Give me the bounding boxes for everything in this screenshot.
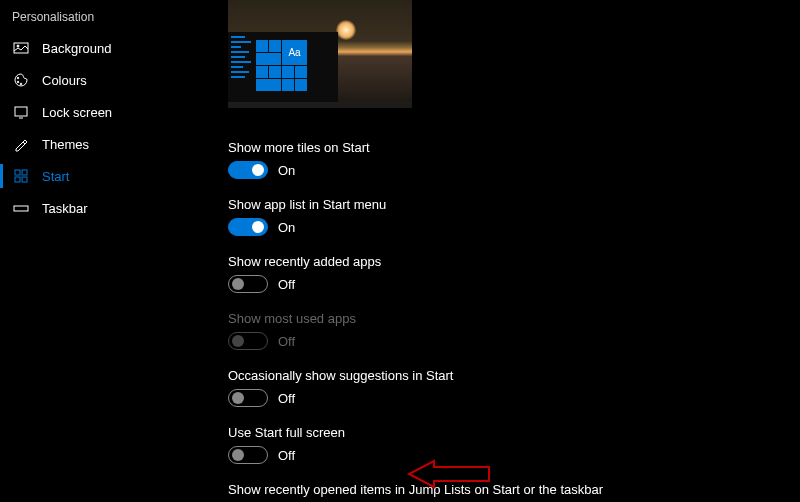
- setting-jump-lists: Show recently opened items in Jump Lists…: [228, 482, 800, 502]
- svg-rect-9: [22, 177, 27, 182]
- themes-icon: [12, 135, 30, 153]
- setting-show-app-list: Show app list in Start menu On: [228, 197, 800, 236]
- taskbar-icon: [12, 199, 30, 217]
- setting-show-more-tiles: Show more tiles on Start On: [228, 140, 800, 179]
- sidebar-item-label: Taskbar: [42, 201, 88, 216]
- picture-icon: [12, 39, 30, 57]
- toggle-state: On: [278, 220, 295, 235]
- sidebar-item-themes[interactable]: Themes: [0, 128, 200, 160]
- sidebar-item-label: Lock screen: [42, 105, 112, 120]
- setting-suggestions: Occasionally show suggestions in Start O…: [228, 368, 800, 407]
- sidebar-item-start[interactable]: Start: [0, 160, 200, 192]
- sidebar-item-label: Themes: [42, 137, 89, 152]
- svg-rect-5: [15, 107, 27, 116]
- toggle-recently-added[interactable]: [228, 275, 268, 293]
- svg-point-2: [17, 77, 19, 79]
- setting-label: Show more tiles on Start: [228, 140, 800, 155]
- sidebar-item-label: Colours: [42, 73, 87, 88]
- toggle-state: On: [278, 163, 295, 178]
- toggle-state: Off: [278, 391, 295, 406]
- palette-icon: [12, 71, 30, 89]
- setting-label: Occasionally show suggestions in Start: [228, 368, 800, 383]
- svg-point-3: [17, 81, 19, 83]
- content-area: Aa Show more tiles on Start On Show app …: [228, 0, 800, 502]
- toggle-show-more-tiles[interactable]: [228, 161, 268, 179]
- toggle-full-screen[interactable]: [228, 446, 268, 464]
- sidebar-item-lock-screen[interactable]: Lock screen: [0, 96, 200, 128]
- setting-most-used: Show most used apps Off: [228, 311, 800, 350]
- svg-rect-6: [15, 170, 20, 175]
- setting-label: Show app list in Start menu: [228, 197, 800, 212]
- svg-point-4: [20, 83, 22, 85]
- sidebar-item-label: Background: [42, 41, 111, 56]
- toggle-show-app-list[interactable]: [228, 218, 268, 236]
- svg-rect-8: [15, 177, 20, 182]
- toggle-state: Off: [278, 334, 295, 349]
- setting-full-screen: Use Start full screen Off: [228, 425, 800, 464]
- setting-label: Show most used apps: [228, 311, 800, 326]
- sidebar-item-taskbar[interactable]: Taskbar: [0, 192, 200, 224]
- setting-label: Use Start full screen: [228, 425, 800, 440]
- start-preview-thumbnail: Aa: [228, 0, 412, 108]
- sidebar-item-colours[interactable]: Colours: [0, 64, 200, 96]
- toggle-state: Off: [278, 277, 295, 292]
- sidebar: Personalisation Background Colours Lock …: [0, 0, 200, 502]
- setting-recently-added: Show recently added apps Off: [228, 254, 800, 293]
- svg-rect-0: [14, 43, 28, 53]
- svg-rect-7: [22, 170, 27, 175]
- start-grid-icon: [12, 167, 30, 185]
- sidebar-item-background[interactable]: Background: [0, 32, 200, 64]
- sidebar-title: Personalisation: [0, 8, 200, 32]
- lock-screen-icon: [12, 103, 30, 121]
- toggle-suggestions[interactable]: [228, 389, 268, 407]
- sidebar-item-label: Start: [42, 169, 69, 184]
- setting-label: Show recently added apps: [228, 254, 800, 269]
- setting-label: Show recently opened items in Jump Lists…: [228, 482, 800, 497]
- toggle-state: Off: [278, 448, 295, 463]
- svg-rect-10: [14, 206, 28, 211]
- toggle-most-used: [228, 332, 268, 350]
- svg-point-1: [17, 45, 19, 47]
